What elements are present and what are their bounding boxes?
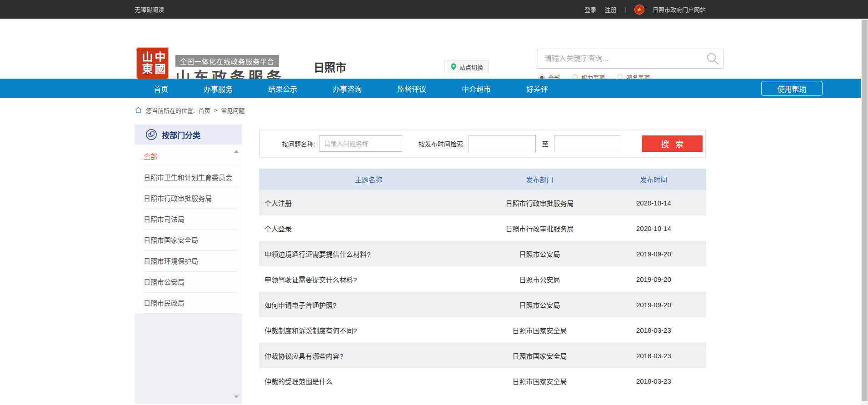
- search-icon[interactable]: [706, 52, 719, 65]
- row-date: 2018-03-23: [601, 326, 706, 334]
- location-pin-icon: [450, 63, 457, 70]
- row-date: 2020-10-14: [601, 199, 706, 207]
- sidebar-scroll-down-icon[interactable]: [234, 395, 239, 398]
- nav-item-intermediary[interactable]: 中介超市: [462, 83, 491, 94]
- row-department: 日照市国家安全局: [478, 351, 601, 360]
- topbar-right: 登录 注册 | ★ 日照市政府门户网站: [585, 5, 706, 15]
- sidebar-item-justice[interactable]: 日照市司法局: [144, 209, 237, 230]
- row-topic[interactable]: 申领驾驶证需要提交什么材料?: [259, 275, 478, 284]
- sidebar-item-public-security[interactable]: 日照市公安局: [144, 272, 237, 293]
- sidebar-item-admin-approval[interactable]: 日照市行政审批服务局: [144, 188, 237, 209]
- row-topic[interactable]: 如何申请电子普通护照?: [259, 300, 478, 310]
- site-switch-label: 站点切换: [459, 63, 483, 71]
- nav-item-rating[interactable]: 好差评: [526, 83, 548, 94]
- row-department: 日照市行政审批服务局: [478, 198, 601, 208]
- row-date: 2020-10-14: [601, 225, 706, 232]
- help-button[interactable]: 使用帮助: [761, 81, 823, 96]
- national-emblem-icon: ★: [634, 5, 644, 15]
- login-link[interactable]: 登录: [585, 5, 597, 14]
- nav-item-consult[interactable]: 办事咨询: [333, 83, 362, 94]
- department-sidebar: 按部门分类 全部 日照市卫生和计划生育委员会 日照市行政审批服务局 日照市司法局…: [135, 125, 242, 404]
- nav-item-services[interactable]: 办事服务: [204, 83, 233, 94]
- column-header-date: 发布时间: [601, 175, 706, 184]
- seal-text-right: 中國: [154, 51, 165, 75]
- breadcrumb-current[interactable]: 常见问题: [221, 106, 244, 115]
- search-button[interactable]: 搜索: [642, 135, 703, 152]
- header: 中國 山東 全国一体化在线政务服务平台 山东政务服务 日照市 站点切换 全部 权…: [0, 19, 868, 79]
- row-date: 2018-03-23: [601, 352, 706, 360]
- filter-bar: 按问题名称: 按发布时间检索: 至 搜索: [259, 130, 706, 158]
- nav-item-home[interactable]: 首页: [154, 83, 168, 94]
- table-row[interactable]: 申领驾驶证需要提交什么材料? 日照市公安局 2019-09-20: [259, 266, 706, 292]
- row-department: 日照市国家安全局: [478, 325, 601, 335]
- row-date: 2019-09-20: [601, 250, 706, 258]
- table-row[interactable]: 如何申请电子普通护照? 日照市公安局 2019-09-20: [259, 292, 706, 317]
- home-icon: [135, 106, 142, 114]
- table-row[interactable]: 仲裁制度和诉讼制度有何不同? 日照市国家安全局 2018-03-23: [259, 317, 706, 343]
- publish-date-label: 按发布时间检索:: [419, 139, 465, 148]
- column-header-topic: 主题名称: [259, 175, 478, 184]
- breadcrumb-separator: >: [214, 107, 218, 114]
- main-nav: 首页 办事服务 结果公示 办事咨询 监督评议 中介超市 好差评 使用帮助: [0, 79, 868, 98]
- row-department: 日照市国家安全局: [478, 376, 601, 386]
- table-header: 主题名称 发布部门 发布时间: [259, 169, 706, 190]
- row-department: 日照市公安局: [478, 275, 601, 284]
- sidebar-item-health-committee[interactable]: 日照市卫生和计划生育委员会: [144, 167, 237, 188]
- question-name-label: 按问题名称:: [282, 139, 315, 148]
- faq-table: 主题名称 发布部门 发布时间 个人注册 日照市行政审批服务局 2020-10-1…: [259, 169, 706, 394]
- nav-item-supervision[interactable]: 监督评议: [397, 83, 426, 94]
- date-to-label: 至: [542, 139, 549, 148]
- sidebar-item-civil-affairs[interactable]: 日照市民政局: [144, 293, 237, 314]
- breadcrumb: 您当前所在的位置: 首页 > 常见问题: [135, 98, 244, 122]
- sidebar-item-state-security[interactable]: 日照市国家安全局: [144, 230, 237, 251]
- row-department: 日照市行政审批服务局: [478, 224, 601, 233]
- portal-link[interactable]: 日照市政府门户网站: [653, 5, 706, 14]
- table-row[interactable]: 仲裁协议应具有哪些内容? 日照市国家安全局 2018-03-23: [259, 343, 706, 368]
- row-department: 日照市公安局: [478, 300, 601, 310]
- topbar: 无障碍阅读 登录 注册 | ★ 日照市政府门户网站: [0, 0, 868, 19]
- row-topic[interactable]: 仲裁的受理范围是什么: [259, 376, 478, 386]
- keyword-search-input[interactable]: [538, 55, 706, 63]
- sidebar-title: 按部门分类: [162, 129, 200, 140]
- table-row[interactable]: 仲裁的受理范围是什么 日照市国家安全局 2018-03-23: [259, 368, 706, 394]
- page-scrollbar-thumb[interactable]: [862, 20, 868, 401]
- category-icon: [145, 129, 157, 140]
- row-department: 日照市公安局: [478, 249, 601, 259]
- sidebar-item-all[interactable]: 全部: [144, 146, 237, 167]
- register-link[interactable]: 注册: [605, 5, 617, 14]
- sidebar-filler: [135, 314, 242, 404]
- row-topic[interactable]: 个人注册: [259, 198, 478, 208]
- main-panel: 按问题名称: 按发布时间检索: 至 搜索 主题名称 发布部门 发布时间 个人注册…: [259, 125, 706, 404]
- row-date: 2019-09-20: [601, 301, 706, 309]
- site-switch-button[interactable]: 站点切换: [444, 60, 489, 73]
- breadcrumb-home-link[interactable]: 首页: [199, 106, 210, 115]
- accessibility-link[interactable]: 无障碍阅读: [135, 5, 164, 14]
- page-scrollbar[interactable]: [861, 19, 868, 405]
- row-topic[interactable]: 个人登录: [259, 224, 478, 233]
- table-row[interactable]: 个人登录 日照市行政审批服务局 2020-10-14: [259, 215, 706, 241]
- topbar-divider: |: [625, 6, 626, 13]
- breadcrumb-prefix: 您当前所在的位置:: [146, 106, 195, 115]
- row-topic[interactable]: 仲裁协议应具有哪些内容?: [259, 351, 478, 360]
- sidebar-list: 全部 日照市卫生和计划生育委员会 日照市行政审批服务局 日照市司法局 日照市国家…: [135, 145, 242, 314]
- sidebar-scroll-up-icon[interactable]: [234, 150, 239, 153]
- row-topic[interactable]: 仲裁制度和诉讼制度有何不同?: [259, 325, 478, 335]
- nav-items: 首页 办事服务 结果公示 办事咨询 监督评议 中介超市 好差评: [0, 83, 548, 94]
- row-date: 2019-09-20: [601, 275, 706, 283]
- column-header-department: 发布部门: [478, 175, 601, 184]
- sidebar-header: 按部门分类: [135, 125, 242, 145]
- row-date: 2018-03-23: [601, 377, 706, 385]
- nav-item-results[interactable]: 结果公示: [268, 83, 297, 94]
- keyword-search: [538, 49, 723, 69]
- city-name: 日照市: [314, 59, 346, 75]
- question-name-input[interactable]: [319, 135, 402, 152]
- seal-text-left: 山東: [141, 51, 152, 75]
- row-topic[interactable]: 申领边境通行证需要提供什么材料?: [259, 249, 478, 259]
- content: 按部门分类 全部 日照市卫生和计划生育委员会 日照市行政审批服务局 日照市司法局…: [135, 125, 706, 404]
- shandong-seal-logo: 中國 山東: [136, 47, 169, 80]
- date-to-input[interactable]: [554, 135, 621, 152]
- table-row[interactable]: 个人注册 日照市行政审批服务局 2020-10-14: [259, 190, 706, 215]
- sidebar-item-environment[interactable]: 日照市环境保护局: [144, 251, 237, 272]
- table-row[interactable]: 申领边境通行证需要提供什么材料? 日照市公安局 2019-09-20: [259, 241, 706, 266]
- date-from-input[interactable]: [469, 135, 536, 152]
